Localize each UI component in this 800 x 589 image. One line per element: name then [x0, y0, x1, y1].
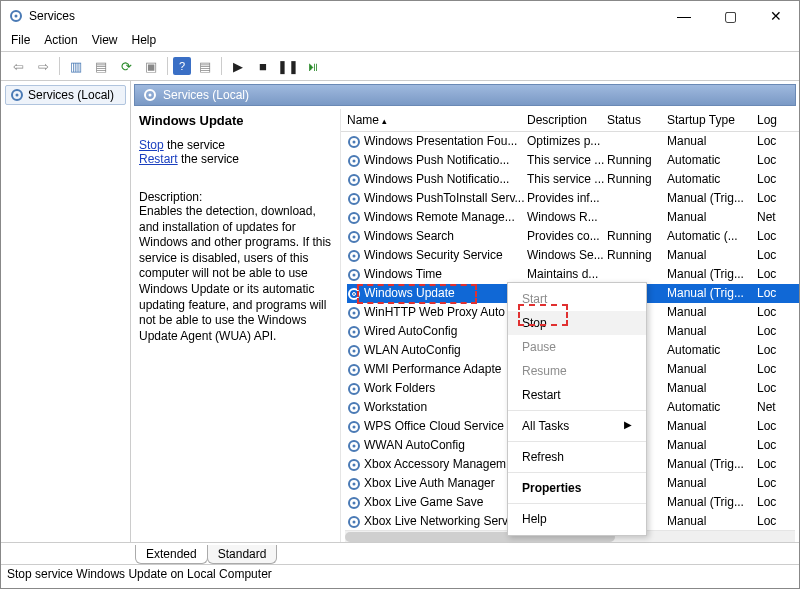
right-panel: Services (Local) Windows Update Stop the…	[131, 81, 799, 542]
help-button[interactable]: ?	[173, 57, 191, 75]
service-logon: Net	[757, 398, 797, 417]
toolbar: ⇦ ⇨ ▥ ▤ ⟳ ▣ ? ▤ ▶ ■ ❚❚ ⏯	[1, 52, 799, 81]
service-startup: Automatic (...	[667, 227, 757, 246]
menu-restart[interactable]: Restart	[508, 383, 646, 407]
gear-icon	[347, 458, 361, 472]
back-button[interactable]: ⇦	[7, 55, 29, 77]
close-button[interactable]: ✕	[753, 1, 799, 31]
panel-header: Services (Local)	[134, 84, 796, 106]
service-logon: Loc	[757, 189, 797, 208]
gear-icon	[347, 287, 361, 301]
svg-point-3	[16, 94, 19, 97]
menu-help[interactable]: Help	[508, 507, 646, 531]
gear-icon	[347, 496, 361, 510]
service-row[interactable]: Windows Push Notificatio...This service …	[347, 151, 799, 170]
gear-icon	[347, 249, 361, 263]
menu-stop[interactable]: Stop	[508, 311, 646, 335]
detail-service-name: Windows Update	[139, 113, 244, 128]
service-logon: Loc	[757, 417, 797, 436]
description-text: Enables the detection, download, and ins…	[139, 204, 332, 344]
service-desc: Provides inf...	[527, 189, 607, 208]
menu-properties[interactable]: Properties	[508, 476, 646, 500]
menu-pause: Pause	[508, 335, 646, 359]
status-text: Stop service Windows Update on Local Com…	[7, 567, 272, 581]
col-description[interactable]: Description	[527, 113, 607, 127]
svg-point-31	[353, 368, 356, 371]
tree-root-label: Services (Local)	[28, 88, 114, 102]
gear-icon	[347, 135, 361, 149]
menu-help[interactable]: Help	[132, 33, 157, 47]
gear-icon	[143, 88, 157, 102]
gear-icon	[347, 344, 361, 358]
refresh-button[interactable]: ⟳	[115, 55, 137, 77]
col-status[interactable]: Status	[607, 113, 667, 127]
service-name: WPS Office Cloud Service	[364, 417, 504, 436]
show-hide-action-pane-button[interactable]: ▤	[194, 55, 216, 77]
service-startup: Manual	[667, 208, 757, 227]
restart-link[interactable]: Restart	[139, 152, 178, 166]
svg-point-39	[353, 444, 356, 447]
chevron-right-icon: ▶	[624, 419, 632, 430]
gear-icon	[347, 420, 361, 434]
title-bar: Services — ▢ ✕	[1, 1, 799, 31]
service-logon: Loc	[757, 379, 797, 398]
stop-service-button[interactable]: ■	[252, 55, 274, 77]
tab-standard[interactable]: Standard	[207, 545, 278, 564]
svg-point-15	[353, 216, 356, 219]
service-row[interactable]: Windows Presentation Fou...Optimizes p..…	[347, 132, 799, 151]
pause-service-button[interactable]: ❚❚	[277, 55, 299, 77]
stop-link[interactable]: Stop	[139, 138, 164, 152]
svg-point-9	[353, 159, 356, 162]
export-list-button[interactable]: ▤	[90, 55, 112, 77]
start-service-button[interactable]: ▶	[227, 55, 249, 77]
menu-file[interactable]: File	[11, 33, 30, 47]
restart-service-button[interactable]: ⏯	[302, 55, 324, 77]
gear-icon	[347, 192, 361, 206]
service-startup: Manual	[667, 379, 757, 398]
service-logon: Loc	[757, 322, 797, 341]
col-startup[interactable]: Startup Type	[667, 113, 757, 127]
service-startup: Manual	[667, 417, 757, 436]
forward-button[interactable]: ⇨	[32, 55, 54, 77]
tab-extended[interactable]: Extended	[135, 545, 208, 564]
minimize-button[interactable]: —	[661, 1, 707, 31]
service-desc: Optimizes p...	[527, 132, 607, 151]
menu-all-tasks[interactable]: All Tasks▶	[508, 414, 646, 438]
service-row[interactable]: Windows Remote Manage...Windows R...Manu…	[347, 208, 799, 227]
gear-icon	[347, 477, 361, 491]
menu-refresh[interactable]: Refresh	[508, 445, 646, 469]
service-name: Windows Search	[364, 227, 454, 246]
service-status: Running	[607, 246, 667, 265]
maximize-button[interactable]: ▢	[707, 1, 753, 31]
gear-icon	[10, 88, 24, 102]
menu-view[interactable]: View	[92, 33, 118, 47]
service-row[interactable]: Windows SearchProvides co...RunningAutom…	[347, 227, 799, 246]
service-startup: Manual	[667, 303, 757, 322]
service-name: Xbox Accessory Managem	[364, 455, 506, 474]
service-row[interactable]: Windows Push Notificatio...This service …	[347, 170, 799, 189]
service-row[interactable]: Windows PushToInstall Serv...Provides in…	[347, 189, 799, 208]
service-name: Xbox Live Networking Serv	[364, 512, 508, 530]
menu-start: Start	[508, 287, 646, 311]
context-menu: Start Stop Pause Resume Restart All Task…	[507, 282, 647, 536]
svg-point-33	[353, 387, 356, 390]
gear-icon	[347, 325, 361, 339]
gear-icon	[347, 211, 361, 225]
service-startup: Automatic	[667, 151, 757, 170]
service-row[interactable]: Windows Security ServiceWindows Se...Run…	[347, 246, 799, 265]
col-name[interactable]: Name▴	[347, 113, 527, 127]
service-name: WinHTTP Web Proxy Auto	[364, 303, 505, 322]
gear-icon	[347, 268, 361, 282]
menu-action[interactable]: Action	[44, 33, 77, 47]
col-logon[interactable]: Log	[757, 113, 797, 127]
service-status: Running	[607, 170, 667, 189]
show-hide-tree-button[interactable]: ▥	[65, 55, 87, 77]
svg-point-43	[353, 482, 356, 485]
properties-button[interactable]: ▣	[140, 55, 162, 77]
menu-resume: Resume	[508, 359, 646, 383]
service-desc: This service ...	[527, 170, 607, 189]
gear-icon	[347, 154, 361, 168]
tree-root-services-local[interactable]: Services (Local)	[5, 85, 126, 105]
service-status: Running	[607, 227, 667, 246]
svg-point-1	[15, 15, 18, 18]
